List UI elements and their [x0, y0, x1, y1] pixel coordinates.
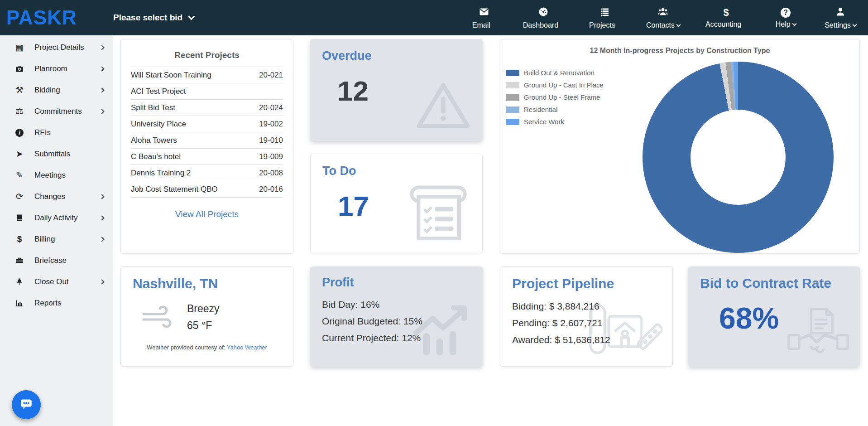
pipeline-bidding: Bidding: $ 3,884,216: [512, 298, 661, 315]
nav-label: Projects: [589, 21, 615, 29]
sidebar-item-close-out[interactable]: Close Out: [0, 271, 113, 292]
sidebar-item-bidding[interactable]: ⚒ Bidding: [0, 79, 113, 101]
person-icon: [835, 6, 846, 19]
legend-swatch: [506, 82, 519, 88]
legend-swatch: [506, 119, 519, 125]
weather-condition: Breezy: [187, 300, 220, 317]
sidebar-item-daily-activity[interactable]: Daily Activity: [0, 207, 113, 228]
handshake-document-icon: [786, 304, 850, 360]
sidebar-item-commitments[interactable]: ⚖ Commitments: [0, 101, 113, 122]
weather-city: Nashville, TN: [133, 276, 281, 291]
projects-icon: [599, 6, 610, 19]
nav-item-settings[interactable]: Settings: [825, 6, 856, 29]
paskr-logo: PASKR: [0, 6, 103, 29]
project-number: 19-009: [259, 152, 283, 161]
nav-item-help[interactable]: ? Help: [772, 7, 799, 29]
nav-label: Contacts: [646, 21, 675, 29]
main-content: Recent Projects Will Start Soon Training…: [113, 35, 868, 426]
project-name: Dennis Training 2: [131, 169, 191, 178]
table-row[interactable]: University Place19-002: [131, 116, 283, 132]
nav-label: Email: [472, 21, 490, 29]
view-all-projects-link[interactable]: View All Projects: [131, 209, 283, 219]
project-number: 20-024: [259, 103, 283, 112]
bid-to-contract-rate-card: Bid to Contract Rate 68%: [688, 266, 860, 367]
sidebar-item-project-details[interactable]: ▦ Project Details: [0, 37, 113, 58]
wind-icon: [141, 303, 177, 331]
chevron-right-icon: [99, 279, 104, 284]
chat-fab-button[interactable]: [12, 390, 41, 419]
nav-item-email[interactable]: Email: [470, 6, 498, 29]
legend-item: Service Work: [506, 116, 604, 128]
sidebar-item-meetings[interactable]: ✎ Meetings: [0, 165, 113, 186]
profit-current-projected: Current Projected: 12%: [322, 329, 471, 346]
table-row[interactable]: Split Bid Test20-024: [131, 100, 283, 116]
sidebar-item-rfis[interactable]: i RFIs: [0, 122, 113, 143]
chevron-right-icon: [99, 237, 104, 242]
nav-label: Settings: [825, 21, 851, 29]
nav-item-contacts[interactable]: Contacts: [646, 6, 680, 29]
nav-item-dashboard[interactable]: Dashboard: [523, 6, 564, 29]
sidebar-item-label: Meetings: [34, 171, 100, 180]
sidebar-item-label: Reports: [34, 299, 100, 308]
dollar-icon: $: [14, 234, 25, 244]
bar-chart-icon: [14, 299, 25, 308]
project-name: Aloha Towers: [131, 136, 177, 145]
chevron-right-icon: [99, 109, 104, 114]
dollar-icon: $: [723, 7, 729, 18]
briefcase-icon: [14, 256, 25, 265]
building-icon: ▦: [14, 42, 25, 53]
table-row[interactable]: C Beau's hotel19-009: [131, 149, 283, 165]
table-row[interactable]: Job Cost Statement QBO20-016: [131, 181, 283, 198]
bid-selector-dropdown[interactable]: Please select bid: [113, 13, 194, 23]
caret-icon: [792, 21, 796, 26]
sidebar-item-label: Close Out: [34, 277, 100, 286]
nav-item-projects[interactable]: Projects: [589, 6, 621, 29]
sidebar-item-planroom[interactable]: Planroom: [0, 58, 113, 79]
pin-icon: [14, 277, 25, 286]
camera-icon: [14, 64, 25, 73]
project-name: Will Start Soon Training: [131, 71, 211, 80]
sidebar-item-label: Project Details: [34, 43, 100, 52]
weather-provider-note: Weather provided courtesy of: Yahoo Weat…: [133, 344, 281, 351]
scales-icon: ⚖: [14, 106, 25, 116]
sidebar-item-reports[interactable]: Reports: [0, 292, 113, 314]
caret-icon: [853, 22, 857, 27]
sidebar-item-billing[interactable]: $ Billing: [0, 228, 113, 250]
table-row[interactable]: ACI Test Project: [131, 83, 283, 100]
construction-type-chart-card: 12 Month In-progress Projects by Constru…: [500, 39, 860, 254]
legend-swatch: [506, 94, 519, 101]
nav-label: Help: [776, 20, 791, 29]
email-icon: [479, 6, 489, 19]
pipeline-title: Project Pipeline: [512, 276, 661, 291]
sidebar-item-label: Briefcase: [34, 256, 100, 265]
project-name: Split Bid Test: [131, 103, 175, 112]
dashboard-icon: [538, 6, 549, 19]
weather-temperature: 65 °F: [187, 317, 220, 334]
sidebar-item-submittals[interactable]: ➤ Submittals: [0, 143, 113, 165]
profit-original-budgeted: Original Budgeted: 15%: [322, 313, 471, 329]
table-row[interactable]: Will Start Soon Training20-021: [131, 67, 283, 83]
legend-swatch: [506, 70, 519, 76]
table-row[interactable]: Aloha Towers19-010: [131, 132, 283, 149]
yahoo-weather-link[interactable]: Yahoo Weather: [227, 344, 267, 351]
sidebar-item-changes[interactable]: ⟳ Changes: [0, 186, 113, 207]
sidebar-item-briefcase[interactable]: Briefcase: [0, 250, 113, 271]
project-number: 19-002: [259, 120, 283, 129]
contacts-icon: [657, 6, 668, 19]
project-name: ACI Test Project: [131, 87, 186, 96]
sidebar-item-label: Billing: [34, 235, 100, 244]
bid-rate-value: 68%: [719, 301, 779, 335]
top-navbar: PASKR Please select bid Email Dashboard …: [0, 0, 868, 35]
bid-selector-label: Please select bid: [113, 13, 182, 23]
sidebar-item-label: Daily Activity: [34, 213, 100, 223]
pencil-icon: ✎: [14, 170, 25, 180]
sync-icon: ⟳: [14, 191, 25, 202]
table-row[interactable]: Dennis Training 220-008: [131, 165, 283, 181]
bid-rate-title: Bid to Contract Rate: [700, 276, 848, 291]
project-number: 19-010: [259, 136, 283, 145]
sidebar-item-label: Bidding: [34, 86, 100, 95]
profit-bid-day: Bid Day: 16%: [322, 296, 471, 313]
project-number: 20-008: [259, 169, 283, 178]
nav-item-accounting[interactable]: $ Accounting: [705, 7, 747, 29]
chevron-right-icon: [99, 66, 104, 71]
